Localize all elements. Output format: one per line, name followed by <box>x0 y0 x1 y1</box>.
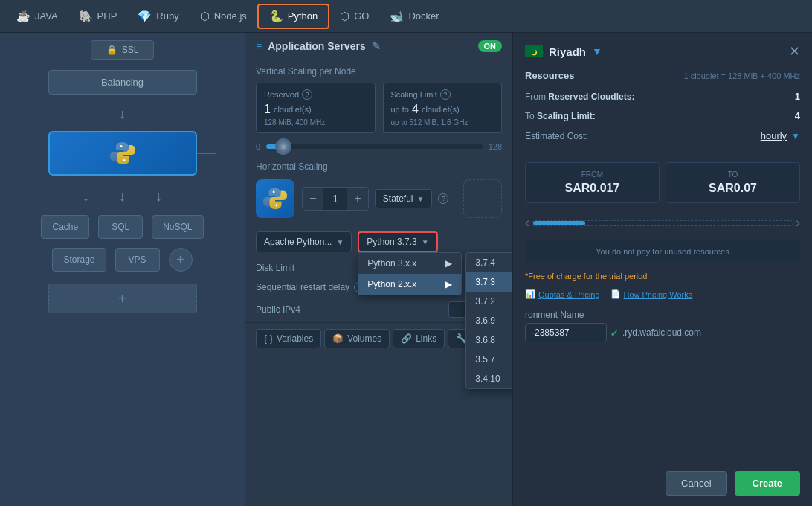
reserved-help-icon[interactable]: ? <box>302 89 312 100</box>
how-pricing-link[interactable]: 📄 How Pricing Works <box>610 289 693 299</box>
vps-node[interactable]: VPS <box>115 248 160 272</box>
svg-text:🌙: 🌙 <box>531 49 538 56</box>
ghost-node <box>463 179 502 218</box>
svg-point-0 <box>120 145 122 147</box>
python-version-label: Python 3.7.3 <box>367 237 416 247</box>
stateful-help-icon[interactable]: ? <box>438 193 448 204</box>
region-header: 🌙 Riyadh ▼ ✕ <box>525 43 800 60</box>
version-368[interactable]: 3.6.8 <box>466 330 513 350</box>
middle-panel: ≡ Application Servers ✎ ON Vertical Scal… <box>245 33 513 506</box>
tab-nodejs[interactable]: ⬡ Node.js <box>190 4 257 29</box>
price-bar-left-arrow[interactable]: ‹ <box>525 215 529 231</box>
tab-docker[interactable]: 🐋 Docker <box>379 4 449 29</box>
python2-menu-item[interactable]: Python 2.x.x ▶ <box>358 274 461 295</box>
estimated-cost-row: Estimated Cost: hourly ▼ <box>525 126 800 146</box>
cancel-button[interactable]: Cancel <box>666 471 726 496</box>
svg-point-2 <box>273 191 275 193</box>
reserved-cloudlets-row: From Reserved Cloudlets: 1 <box>525 87 800 106</box>
scaling-limit-resource-value: 4 <box>795 110 800 121</box>
public-ipv4-label: Public IPv4 <box>256 304 300 315</box>
ssl-button[interactable]: 🔒 SSL <box>91 40 155 60</box>
nodejs-icon: ⬡ <box>200 10 210 23</box>
scaling-limit-label: Scaling Limit ? <box>391 89 494 100</box>
slider-track[interactable]: ⊕ <box>266 144 483 149</box>
create-button[interactable]: Create <box>735 471 800 496</box>
arrow-down-icon: ↓ <box>119 106 126 122</box>
reserved-label: Reserved ? <box>264 89 367 100</box>
version-374[interactable]: 3.7.4 <box>466 253 513 272</box>
quotas-pricing-link[interactable]: 📊 Quotas & Pricing <box>525 289 600 299</box>
tab-go[interactable]: ⬡ GO <box>329 4 379 29</box>
sql-node[interactable]: SQL <box>98 215 143 239</box>
tab-python[interactable]: 🐍 Python <box>257 4 329 29</box>
version-369[interactable]: 3.6.9 <box>466 311 513 330</box>
vertical-scaling-label: Vertical Scaling per Node <box>245 60 512 80</box>
scaling-row: Reserved ? 1 cloudlet(s) 128 MiB, 400 MH… <box>245 80 512 139</box>
storage-node[interactable]: Storage <box>52 248 106 272</box>
nosql-node[interactable]: NoSQL <box>152 215 203 239</box>
stepper-value: 1 <box>323 188 347 210</box>
stateful-dropdown[interactable]: Stateful ▼ <box>375 189 433 208</box>
stepper-minus-button[interactable]: − <box>303 188 323 210</box>
document-icon: 📄 <box>610 289 621 299</box>
from-price-label: FROM <box>533 170 651 179</box>
tab-ruby[interactable]: 💎 Ruby <box>127 4 189 29</box>
python-icon-box <box>256 179 294 218</box>
price-bar-fill <box>533 221 585 225</box>
to-price-value: SAR0.07 <box>674 182 792 195</box>
reserved-box: Reserved ? 1 cloudlet(s) 128 MiB, 400 MH… <box>256 83 376 133</box>
version-357[interactable]: 3.5.7 <box>466 350 513 369</box>
storage-row: Storage VPS + <box>52 248 192 272</box>
check-icon: ✓ <box>610 326 619 340</box>
close-button[interactable]: ✕ <box>789 43 800 60</box>
add-bottom-button[interactable]: + <box>48 284 197 313</box>
price-bar-right-arrow[interactable]: › <box>796 215 800 231</box>
env-name-section-label: ronment Name <box>525 310 800 320</box>
go-icon: ⬡ <box>340 10 349 23</box>
slider-thumb[interactable]: ⊕ <box>275 138 291 155</box>
add-node-button[interactable]: + <box>169 248 193 272</box>
to-price-label: TO <box>674 170 792 179</box>
toggle-on[interactable]: ON <box>478 40 503 52</box>
docker-icon: 🐋 <box>390 10 404 23</box>
resources-title-row: Resources 1 cloudlet = 128 MiB + 400 MHz <box>525 70 800 81</box>
python-version-dropdown[interactable]: Python 3.7.3 ▼ <box>358 231 437 252</box>
python-logo-svg <box>109 140 136 167</box>
apache-python-dropdown[interactable]: Apache Python... ▼ <box>256 231 352 252</box>
arrow3: ↓ <box>155 189 162 205</box>
region-dropdown-arrow[interactable]: ▼ <box>592 45 602 57</box>
to-price-box: TO SAR0.07 <box>666 162 800 203</box>
version-373[interactable]: 3.7.3 <box>466 272 513 292</box>
env-name-input[interactable] <box>525 323 607 342</box>
resources-note: 1 cloudlet = 128 MiB + 400 MHz <box>683 71 800 80</box>
from-price-box: FROM SAR0.017 <box>525 162 660 203</box>
edit-icon[interactable]: ✎ <box>372 40 381 52</box>
stepper-plus-button[interactable]: + <box>347 188 368 210</box>
python-node[interactable] <box>48 131 197 176</box>
tab-links[interactable]: 🔗 Links <box>393 329 445 348</box>
version-3410[interactable]: 3.4.10 <box>466 369 513 388</box>
price-bar <box>532 220 793 226</box>
tab-java[interactable]: ☕ JAVA <box>6 4 68 29</box>
submenu-arrow2-icon: ▶ <box>445 279 452 289</box>
scaling-limit-help-icon[interactable]: ? <box>440 89 451 100</box>
php-icon: 🐘 <box>79 10 93 23</box>
menu-icon: ≡ <box>256 40 262 52</box>
svg-point-3 <box>275 205 277 207</box>
unused-resources: You do not pay for unused resources <box>525 240 800 263</box>
scaling-limit-sub: up to 512 MiB, 1.6 GHz <box>391 118 494 126</box>
bottom-actions: Cancel Create <box>525 464 800 496</box>
python3-version-list: 3.7.4 3.7.3 3.7.2 3.6.9 3.6.8 <box>465 252 513 389</box>
version-372[interactable]: 3.7.2 <box>466 292 513 311</box>
unused-resources-text: You do not pay for unused resources <box>596 247 729 256</box>
tab-php[interactable]: 🐘 PHP <box>68 4 128 29</box>
tab-volumes[interactable]: 📦 Volumes <box>324 329 390 348</box>
python3-menu-item[interactable]: Python 3.x.x ▶ <box>358 253 461 274</box>
tab-variables[interactable]: {-} Variables <box>256 329 321 348</box>
hourly-link[interactable]: hourly <box>761 130 787 141</box>
cache-node[interactable]: Cache <box>41 215 89 239</box>
app-servers-title: ≡ Application Servers ✎ <box>256 40 381 52</box>
cost-dropdown-arrow-icon[interactable]: ▼ <box>791 131 800 141</box>
reserved-sub: 128 MiB, 400 MHz <box>264 118 367 126</box>
node-count-stepper[interactable]: − 1 + <box>302 187 369 211</box>
